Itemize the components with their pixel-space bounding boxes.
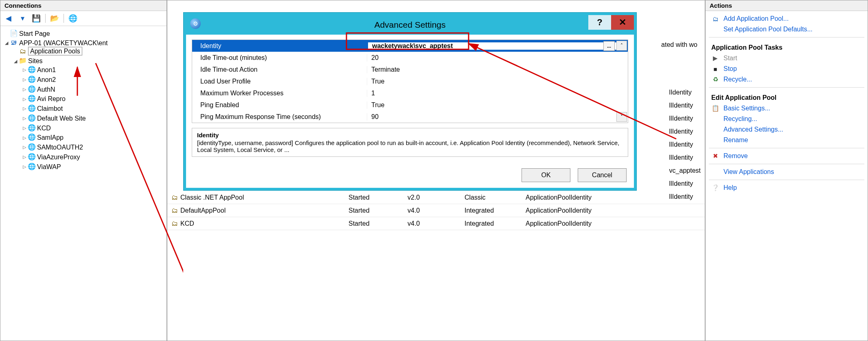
sites-folder-icon: 📁 xyxy=(18,57,27,64)
identity-cell-peek: lIdentity xyxy=(669,87,692,98)
app-pool-icon: 🗂 xyxy=(171,194,178,201)
identity-column-peek: lIdentityllIdentityllIdentityllIdentityl… xyxy=(669,87,701,202)
ok-button[interactable]: OK xyxy=(522,168,570,182)
identity-cell-peek: llIdentity xyxy=(669,126,693,137)
action-advanced-settings[interactable]: Advanced Settings... xyxy=(707,124,866,135)
site-icon: 🌐 xyxy=(27,66,36,73)
action-remove[interactable]: ✖Remove xyxy=(707,151,866,161)
grid-truncated-text: ated with wo xyxy=(661,41,697,48)
property-description-body: [identityType, username, password] Confi… xyxy=(197,139,623,153)
property-description: Identity [identityType, username, passwo… xyxy=(192,128,628,157)
site-icon: 🌐 xyxy=(27,153,36,161)
actions-title: Actions xyxy=(706,0,868,11)
site-icon: 🌐 xyxy=(27,95,36,102)
site-icon: 🌐 xyxy=(27,104,36,112)
tree-start-page[interactable]: 📄Start Page xyxy=(4,29,165,38)
site-icon: 🌐 xyxy=(27,133,36,141)
tree-site-claimbot[interactable]: ▷🌐Claimbot xyxy=(22,103,165,113)
save-icon[interactable]: 💾 xyxy=(31,13,41,23)
pool-row-defaultapppool[interactable]: 🗂DefaultAppPoolStartedv4.0IntegratedAppl… xyxy=(167,204,705,217)
tree-site-authn[interactable]: ▷🌐AuthN xyxy=(22,84,165,94)
site-icon: 🌐 xyxy=(27,143,36,151)
prop-row-ping-enabled[interactable]: Ping EnabledTrue xyxy=(192,99,628,111)
tree-site-samtooauth2[interactable]: ▷🌐SAMtoOAUTH2 xyxy=(22,142,165,152)
server-icon: 🖳 xyxy=(9,39,18,46)
scroll-up-button[interactable]: ˄ xyxy=(616,41,627,51)
tree-app-pools[interactable]: 🗂Application Pools xyxy=(13,47,165,56)
action-stop[interactable]: ■Stop xyxy=(707,64,866,74)
action-rename[interactable]: Rename xyxy=(707,135,866,145)
start-icon: ▶ xyxy=(711,55,719,62)
identity-cell-peek: llIdentity xyxy=(669,178,693,189)
stop-server-icon[interactable]: 🌐 xyxy=(68,13,78,23)
center-panel: ated with wo lIdentityllIdentityllIdenti… xyxy=(167,0,705,341)
actions-panel: Actions 🗂Add Application Pool... Set App… xyxy=(705,0,868,341)
app-pools-icon: 🗂 xyxy=(18,48,27,55)
cancel-button[interactable]: Cancel xyxy=(578,168,627,182)
help-icon: ❔ xyxy=(711,184,719,191)
site-icon: 🌐 xyxy=(27,163,36,170)
app-pool-icon: 🗂 xyxy=(171,207,178,214)
property-description-title: Identity xyxy=(197,132,623,139)
dialog-icon: ⚙ xyxy=(190,18,201,29)
prop-row-identity[interactable]: Identitywacketywack\svc_apptest xyxy=(192,40,628,52)
section-edit: Edit Application Pool xyxy=(707,90,866,103)
action-basic-settings[interactable]: 📋Basic Settings... xyxy=(707,103,866,114)
tree-site-viawap[interactable]: ▷🌐ViaWAP xyxy=(22,162,165,172)
tree-site-anon1[interactable]: ▷🌐Anon1 xyxy=(22,65,165,75)
remove-icon: ✖ xyxy=(711,152,719,160)
section-tasks: Application Pool Tasks xyxy=(707,40,866,53)
property-grid[interactable]: Identitywacketywack\svc_apptestIdle Time… xyxy=(192,40,628,123)
action-set-defaults[interactable]: Set Application Pool Defaults... xyxy=(707,24,866,35)
settings-icon: 📋 xyxy=(711,105,719,112)
prop-row-load-user-profile[interactable]: Load User ProfileTrue xyxy=(192,75,628,87)
tree-server[interactable]: ◢🖳APP-01 (WACKETYWACK\ent 🗂Application P… xyxy=(4,38,165,173)
tree-site-anon2[interactable]: ▷🌐Anon2 xyxy=(22,75,165,84)
pool-row-classic-net-apppool[interactable]: 🗂Classic .NET AppPoolStartedv2.0ClassicA… xyxy=(167,191,705,204)
action-add-app-pool[interactable]: 🗂Add Application Pool... xyxy=(707,13,866,24)
tree-site-kcd[interactable]: ▷🌐KCD xyxy=(22,123,165,133)
dialog-close-button[interactable]: ✕ xyxy=(611,15,634,30)
advanced-settings-dialog: ⚙ Advanced Settings ? ✕ Identitywacketyw… xyxy=(184,13,636,190)
dialog-footer: OK Cancel xyxy=(186,163,634,188)
action-recycle[interactable]: ♻Recycle... xyxy=(707,74,866,85)
identity-cell-peek: llIdentity xyxy=(669,113,693,124)
site-icon: 🌐 xyxy=(27,114,36,122)
site-icon: 🌐 xyxy=(27,124,36,132)
tree-site-default-web-site[interactable]: ▷🌐Default Web Site xyxy=(22,113,165,123)
toolbar-separator xyxy=(45,14,46,23)
pool-row-kcd[interactable]: 🗂KCDStartedv4.0IntegratedApplicationPool… xyxy=(167,217,705,230)
connections-tree[interactable]: 📄Start Page ◢🖳APP-01 (WACKETYWACK\ent 🗂A… xyxy=(0,26,167,175)
scroll-down-button[interactable]: ˅ xyxy=(616,112,627,122)
recycle-icon: ♻ xyxy=(711,76,719,83)
tree-site-avi-repro[interactable]: ▷🌐Avi Repro xyxy=(22,94,165,103)
app-pool-icon: 🗂 xyxy=(171,220,178,227)
action-recycling[interactable]: Recycling... xyxy=(707,114,866,124)
prop-row-idle-time-out-minutes-[interactable]: Idle Time-out (minutes)20 xyxy=(192,52,628,64)
dialog-help-button[interactable]: ? xyxy=(588,15,611,30)
tree-sites[interactable]: ◢📁Sites ▷🌐Anon1▷🌐Anon2▷🌐AuthN▷🌐Avi Repro… xyxy=(13,56,165,172)
back-icon[interactable]: ◀ xyxy=(4,13,13,23)
menu-dropdown-icon[interactable]: ▾ xyxy=(18,13,27,23)
action-help[interactable]: ❔Help xyxy=(707,183,866,193)
action-view-applications[interactable]: View Applications xyxy=(707,167,866,177)
start-page-icon: 📄 xyxy=(9,29,18,37)
dialog-title: Advanced Settings xyxy=(374,20,445,30)
prop-row-ping-maximum-response-time-seconds-[interactable]: Ping Maximum Response Time (seconds)90 xyxy=(192,111,628,123)
identity-cell-peek: vc_apptest xyxy=(669,165,701,176)
prop-row-maximum-worker-processes[interactable]: Maximum Worker Processes1 xyxy=(192,87,628,99)
identity-cell-peek: llIdentity xyxy=(669,100,693,111)
connections-title: Connections xyxy=(0,0,167,11)
identity-cell-peek: llIdentity xyxy=(669,139,693,150)
toolbar-separator xyxy=(64,14,64,23)
open-folder-icon[interactable]: 📂 xyxy=(50,13,59,23)
dialog-titlebar: ⚙ Advanced Settings ? ✕ xyxy=(186,15,634,35)
site-icon: 🌐 xyxy=(27,75,36,83)
identity-cell-peek: llIdentity xyxy=(669,152,693,163)
tree-site-samlapp[interactable]: ▷🌐SamlApp xyxy=(22,132,165,142)
site-icon: 🌐 xyxy=(27,85,36,93)
add-icon: 🗂 xyxy=(711,15,719,22)
identity-browse-button[interactable]: ... xyxy=(603,41,615,51)
prop-row-idle-time-out-action[interactable]: Idle Time-out ActionTerminate xyxy=(192,64,628,75)
tree-site-viaazureproxy[interactable]: ▷🌐ViaAzureProxy xyxy=(22,152,165,162)
